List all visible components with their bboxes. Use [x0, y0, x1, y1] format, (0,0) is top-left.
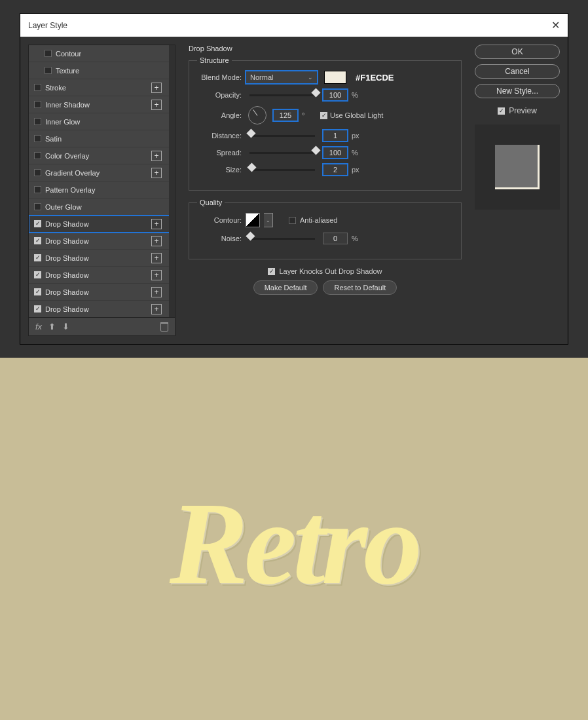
global-light-checkbox[interactable]	[320, 112, 327, 119]
quality-group: Quality Contour: ⌄ Anti-aliased Noise: 0…	[189, 199, 462, 259]
reset-default-button[interactable]: Reset to Default	[323, 280, 397, 295]
effect-checkbox[interactable]	[34, 101, 41, 108]
distance-unit: px	[352, 132, 362, 140]
effect-label: Color Overlay	[45, 152, 147, 160]
opacity-input[interactable]: 100	[323, 89, 348, 101]
add-effect-icon[interactable]: +	[151, 304, 162, 314]
distance-slider[interactable]	[249, 135, 315, 137]
effect-label: Texture	[56, 67, 166, 75]
angle-unit: °	[302, 111, 312, 119]
new-style-button[interactable]: New Style...	[475, 84, 560, 98]
effect-row-outer-glow[interactable]: Outer Glow	[29, 199, 175, 216]
effect-label: Satin	[45, 135, 166, 143]
effect-row-stroke[interactable]: Stroke+	[29, 79, 175, 96]
effect-label: Outer Glow	[45, 203, 166, 211]
structure-legend: Structure	[197, 56, 232, 64]
effect-row-drop-shadow[interactable]: Drop Shadow+	[29, 250, 175, 267]
add-effect-icon[interactable]: +	[151, 151, 162, 161]
distance-input[interactable]: 1	[323, 130, 348, 142]
size-input[interactable]: 2	[323, 164, 348, 176]
effect-row-color-overlay[interactable]: Color Overlay+	[29, 147, 175, 164]
angle-dial[interactable]	[248, 106, 266, 124]
ok-button[interactable]: OK	[475, 45, 560, 59]
effect-checkbox[interactable]	[34, 271, 41, 278]
fx-icon[interactable]: fx	[35, 322, 42, 332]
trash-icon[interactable]	[160, 322, 168, 332]
effect-row-drop-shadow[interactable]: Drop Shadow+	[29, 267, 175, 284]
size-slider[interactable]	[249, 169, 315, 171]
opacity-label: Opacity:	[197, 91, 242, 99]
preview-label: Preview	[509, 106, 537, 115]
add-effect-icon[interactable]: +	[151, 236, 162, 246]
spread-unit: %	[352, 149, 362, 157]
effect-row-inner-glow[interactable]: Inner Glow	[29, 113, 175, 130]
add-effect-icon[interactable]: +	[151, 168, 162, 178]
opacity-slider[interactable]	[249, 94, 315, 96]
effect-checkbox[interactable]	[34, 203, 41, 210]
structure-group: Structure Blend Mode: Normal ⌄ #F1ECDE O…	[189, 56, 462, 191]
effect-checkbox[interactable]	[45, 67, 52, 74]
effect-checkbox[interactable]	[34, 237, 41, 244]
scrollbar-thumb[interactable]	[170, 45, 174, 255]
add-effect-icon[interactable]: +	[151, 219, 162, 229]
chevron-down-icon: ⌄	[308, 74, 313, 81]
add-effect-icon[interactable]: +	[151, 253, 162, 263]
effect-checkbox[interactable]	[34, 169, 41, 176]
effect-row-drop-shadow[interactable]: Drop Shadow+	[29, 233, 175, 250]
noise-slider[interactable]	[249, 238, 315, 240]
effect-row-drop-shadow[interactable]: Drop Shadow+	[29, 216, 175, 233]
add-effect-icon[interactable]: +	[151, 287, 162, 297]
make-default-button[interactable]: Make Default	[253, 280, 318, 295]
add-effect-icon[interactable]: +	[151, 83, 162, 93]
settings-heading: Drop Shadow	[189, 45, 462, 52]
close-icon[interactable]: ✕	[551, 19, 560, 31]
effect-label: Pattern Overlay	[45, 186, 166, 194]
effect-checkbox[interactable]	[34, 305, 41, 313]
add-effect-icon[interactable]: +	[151, 100, 162, 110]
knockout-checkbox[interactable]	[268, 268, 275, 275]
cancel-button[interactable]: Cancel	[475, 64, 560, 79]
effect-row-drop-shadow[interactable]: Drop Shadow+	[29, 301, 175, 317]
document-canvas: Retro	[0, 358, 588, 720]
anti-aliased-checkbox[interactable]	[289, 217, 296, 224]
color-swatch[interactable]	[324, 71, 346, 84]
anti-aliased-label: Anti-aliased	[300, 216, 337, 224]
effect-checkbox[interactable]	[34, 186, 41, 193]
effect-row-satin[interactable]: Satin	[29, 130, 175, 147]
spread-input[interactable]: 100	[323, 147, 348, 159]
effect-row-drop-shadow[interactable]: Drop Shadow+	[29, 284, 175, 301]
effect-row-gradient-overlay[interactable]: Gradient Overlay+	[29, 164, 175, 181]
effect-row-texture[interactable]: Texture	[29, 62, 175, 79]
effect-checkbox[interactable]	[34, 118, 41, 125]
effect-label: Stroke	[45, 84, 147, 92]
effect-label: Drop Shadow	[45, 271, 147, 279]
effect-row-pattern-overlay[interactable]: Pattern Overlay	[29, 181, 175, 199]
contour-dropdown[interactable]: ⌄	[264, 213, 273, 227]
effect-label: Drop Shadow	[45, 237, 147, 245]
effect-checkbox[interactable]	[34, 152, 41, 159]
preview-checkbox[interactable]	[498, 107, 505, 115]
move-down-icon[interactable]: ⬇	[62, 322, 69, 332]
angle-input[interactable]: 125	[273, 109, 298, 121]
effect-checkbox[interactable]	[34, 220, 41, 227]
spread-slider[interactable]	[249, 152, 315, 154]
effect-row-contour[interactable]: Contour	[29, 45, 175, 62]
effect-checkbox[interactable]	[45, 50, 52, 57]
add-effect-icon[interactable]: +	[151, 270, 162, 280]
effect-row-inner-shadow[interactable]: Inner Shadow+	[29, 96, 175, 113]
effect-checkbox[interactable]	[34, 84, 41, 91]
effect-checkbox[interactable]	[34, 288, 41, 295]
effect-checkbox[interactable]	[34, 135, 41, 142]
effect-label: Drop Shadow	[45, 254, 147, 262]
actions-panel: OK Cancel New Style... Preview	[475, 45, 560, 336]
effects-footer: fx ⬆ ⬇	[29, 317, 175, 335]
preview-thumbnail	[475, 124, 560, 210]
noise-input[interactable]: 0	[323, 233, 348, 244]
effect-label: Inner Glow	[45, 118, 166, 126]
titlebar[interactable]: Layer Style ✕	[20, 14, 568, 37]
blend-mode-dropdown[interactable]: Normal ⌄	[246, 71, 318, 84]
effect-checkbox[interactable]	[34, 254, 41, 261]
contour-swatch[interactable]	[246, 213, 260, 227]
color-hex: #F1ECDE	[356, 73, 394, 83]
move-up-icon[interactable]: ⬆	[48, 322, 56, 332]
